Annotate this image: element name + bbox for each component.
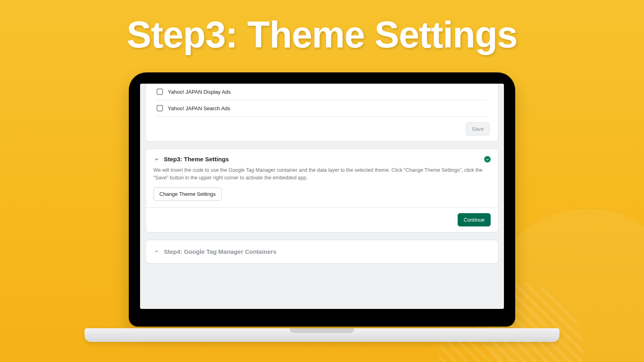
step4-header[interactable]: Step4: Google Tag Manager Containers	[146, 240, 498, 263]
option-row-yahoo-display[interactable]: Yahoo! JAPAN Display Ads	[146, 84, 498, 100]
app-screen: Yahoo! JAPAN Display Ads Yahoo! JAPAN Se…	[140, 84, 504, 309]
step3-description: We will insert the code to use the Googl…	[146, 167, 498, 187]
step3-header[interactable]: Step3: Theme Settings	[146, 149, 498, 167]
checkbox-yahoo-display[interactable]	[157, 88, 163, 95]
step3-card: Step3: Theme Settings We will insert the…	[146, 149, 498, 232]
laptop-base	[85, 328, 559, 342]
status-complete-icon	[484, 156, 491, 162]
step2-card-partial: Yahoo! JAPAN Display Ads Yahoo! JAPAN Se…	[146, 84, 498, 142]
step4-title: Step4: Google Tag Manager Containers	[164, 248, 277, 255]
option-row-yahoo-search[interactable]: Yahoo! JAPAN Search Ads	[146, 100, 498, 116]
page-title: Step3: Theme Settings	[0, 14, 644, 56]
save-button[interactable]: Save	[466, 122, 490, 136]
continue-button[interactable]: Continue	[458, 213, 491, 226]
step3-title: Step3: Theme Settings	[164, 156, 229, 162]
option-label: Yahoo! JAPAN Display Ads	[168, 89, 231, 95]
laptop-notch	[290, 328, 354, 333]
step4-card: Step4: Google Tag Manager Containers	[146, 240, 498, 263]
option-label: Yahoo! JAPAN Search Ads	[168, 105, 230, 111]
checkbox-yahoo-search[interactable]	[157, 105, 163, 111]
laptop-mockup: Yahoo! JAPAN Display Ads Yahoo! JAPAN Se…	[129, 72, 515, 327]
chevron-down-icon	[153, 156, 160, 162]
change-theme-settings-button[interactable]: Change Theme Settings	[153, 187, 222, 201]
chevron-up-icon	[153, 248, 160, 255]
